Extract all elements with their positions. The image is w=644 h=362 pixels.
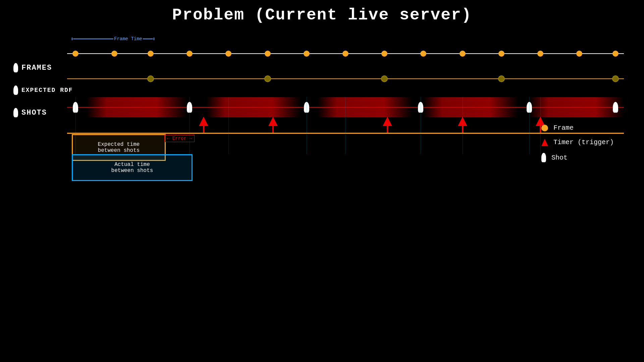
error-bracket: ← Error → bbox=[164, 135, 195, 142]
page: Problem (Current live server) FRAMES EXP… bbox=[0, 0, 644, 362]
frame-dot-2 bbox=[111, 51, 117, 57]
legend-arrow-icon bbox=[541, 139, 548, 146]
legend-timer-label: Timer (trigger) bbox=[553, 138, 614, 146]
diagram-area: FRAMES EXPECTED RDF SHOTS Frame Time bbox=[10, 30, 634, 191]
rdf-dot-4 bbox=[498, 75, 505, 82]
rdf-dot-2 bbox=[264, 75, 271, 82]
frame-dot-4 bbox=[186, 51, 193, 57]
frames-row bbox=[67, 49, 624, 59]
shots-row-label: SHOTS bbox=[13, 108, 47, 117]
bracket-right-line bbox=[143, 39, 153, 39]
actual-time-box: Actual time between shots bbox=[72, 154, 193, 181]
page-title: Problem (Current live server) bbox=[0, 0, 644, 24]
frame-dot-1 bbox=[72, 51, 78, 57]
rdf-dot-5 bbox=[612, 75, 619, 82]
legend: Frame Timer (trigger) Shot bbox=[541, 124, 614, 162]
bracket-left-tick bbox=[72, 38, 72, 40]
rdf-dot-3 bbox=[381, 75, 388, 82]
frame-dot-15 bbox=[612, 51, 619, 57]
legend-timer: Timer (trigger) bbox=[541, 138, 614, 146]
frame-dot-9 bbox=[381, 51, 387, 57]
grid-line-5 bbox=[345, 97, 346, 154]
rdf-row bbox=[67, 74, 624, 84]
bracket-right-tick bbox=[154, 38, 154, 40]
legend-frame-label: Frame bbox=[553, 124, 574, 132]
legend-shot: Shot bbox=[541, 153, 614, 162]
frame-dot-3 bbox=[148, 51, 154, 57]
grid-line-9 bbox=[540, 97, 541, 154]
arrow-stem-2 bbox=[272, 126, 274, 133]
timer-arrow-1 bbox=[199, 117, 208, 133]
legend-bullet-icon bbox=[541, 153, 546, 162]
grid-line-8 bbox=[529, 97, 530, 154]
frame-time-label: Frame Time bbox=[114, 36, 142, 42]
grid-line-2 bbox=[190, 97, 190, 154]
rdf-dot-1 bbox=[147, 75, 154, 82]
grid-line-4 bbox=[307, 97, 307, 154]
frame-dot-13 bbox=[537, 51, 543, 57]
legend-shot-label: Shot bbox=[551, 154, 568, 162]
rdf-bullet-icon bbox=[13, 85, 18, 95]
arrow-stem-1 bbox=[203, 126, 204, 133]
bracket-top-line bbox=[73, 39, 113, 39]
expected-time-label: Expected time between shots bbox=[98, 141, 140, 154]
frame-dot-7 bbox=[304, 51, 310, 57]
arrow-up-icon-1 bbox=[199, 117, 208, 126]
frames-row-label: FRAMES bbox=[13, 63, 52, 72]
legend-frame-dot bbox=[541, 125, 548, 131]
frame-dot-6 bbox=[265, 51, 271, 57]
frame-dot-5 bbox=[225, 51, 231, 57]
shots-bullet-icon bbox=[13, 108, 18, 117]
frame-time-bracket: Frame Time bbox=[72, 36, 154, 42]
error-label: ← Error → bbox=[167, 136, 192, 141]
frame-dot-11 bbox=[460, 51, 466, 57]
grid-line-7 bbox=[463, 97, 463, 154]
frames-bullet-icon bbox=[13, 63, 18, 72]
shot-bullet-6 bbox=[613, 102, 618, 113]
frame-dot-10 bbox=[420, 51, 426, 57]
actual-time-label: Actual time between shots bbox=[111, 162, 153, 174]
timer-arrow-2 bbox=[268, 117, 278, 133]
timer-arrow-3 bbox=[383, 117, 392, 133]
frame-dot-14 bbox=[576, 51, 582, 57]
grid-line-3 bbox=[228, 97, 229, 154]
timeline-container: Frame Time bbox=[67, 30, 624, 191]
grid-line-6 bbox=[421, 97, 421, 154]
arrow-stem-3 bbox=[387, 126, 388, 133]
frame-dot-8 bbox=[342, 51, 348, 57]
arrow-up-icon-2 bbox=[268, 117, 278, 126]
frame-dot-12 bbox=[498, 51, 504, 57]
arrow-up-icon-3 bbox=[383, 117, 392, 126]
rdf-row-label: EXPECTED RDF bbox=[13, 85, 73, 95]
legend-frame: Frame bbox=[541, 124, 614, 132]
